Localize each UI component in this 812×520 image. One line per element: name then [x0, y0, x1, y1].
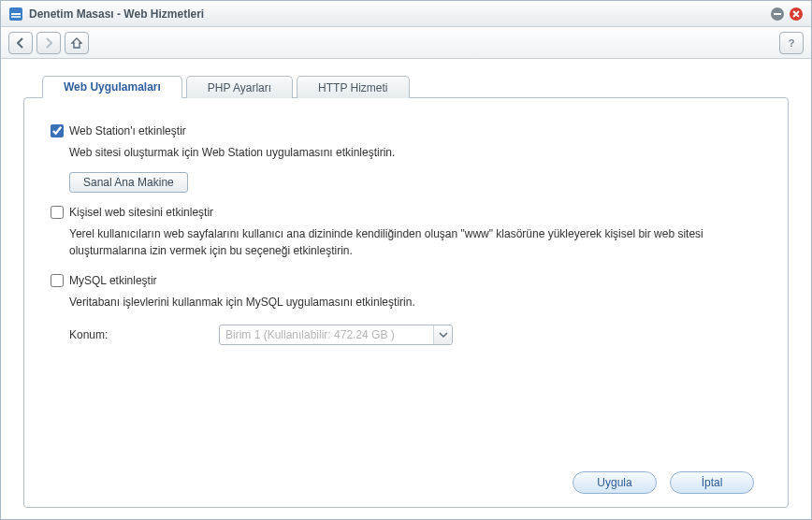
svg-text:?: ? [789, 37, 795, 49]
tab-php-settings[interactable]: PHP Ayarları [186, 76, 293, 98]
web-station-checkbox[interactable] [51, 124, 64, 137]
svg-rect-1 [11, 13, 21, 15]
app-icon [8, 7, 23, 22]
window: Denetim Masası - Web Hizmetleri ? Web Uy… [0, 0, 812, 520]
home-button[interactable] [65, 32, 89, 54]
close-icon[interactable] [789, 7, 804, 22]
location-value: Birim 1 (Kullanılabilir: 472.24 GB ) [225, 328, 395, 341]
forward-button[interactable] [36, 32, 61, 54]
svg-rect-2 [11, 16, 21, 18]
option-personal-web: Kişisel web sitesini etkinleştir [51, 206, 761, 219]
panel-footer: Uygula İptal [51, 460, 761, 494]
mysql-desc: Veritabanı işlevlerini kullanmak için My… [69, 295, 761, 311]
apply-button[interactable]: Uygula [573, 471, 657, 494]
personal-web-desc: Yerel kullanıcıların web sayfalarını kul… [69, 226, 761, 259]
back-button[interactable] [8, 32, 33, 54]
svg-rect-4 [774, 13, 781, 15]
web-station-desc: Web sitesi oluşturmak için Web Station u… [69, 145, 761, 161]
personal-web-checkbox[interactable] [51, 206, 64, 219]
location-label: Konum: [69, 328, 219, 341]
tab-panel: Web Station'ı etkinleştir Web sitesi olu… [23, 97, 789, 508]
titlebar: Denetim Masası - Web Hizmetleri [1, 1, 811, 27]
cancel-button[interactable]: İptal [670, 471, 754, 494]
tab-bar: Web Uygulamaları PHP Ayarları HTTP Hizme… [23, 76, 789, 98]
content-area: Web Uygulamaları PHP Ayarları HTTP Hizme… [1, 59, 811, 519]
personal-web-label: Kişisel web sitesini etkinleştir [69, 206, 213, 219]
chevron-down-icon [433, 325, 452, 344]
tab-web-apps[interactable]: Web Uygulamaları [42, 76, 182, 98]
mysql-label: MySQL etkinleştir [69, 274, 157, 287]
tab-http-service[interactable]: HTTP Hizmeti [297, 76, 409, 98]
virtual-host-button[interactable]: Sanal Ana Makine [69, 172, 188, 193]
option-web-station: Web Station'ı etkinleştir [51, 124, 761, 137]
mysql-checkbox[interactable] [51, 274, 64, 287]
window-title: Denetim Masası - Web Hizmetleri [29, 7, 766, 21]
help-button[interactable]: ? [779, 32, 804, 54]
mysql-location-row: Konum: Birim 1 (Kullanılabilir: 472.24 G… [69, 325, 761, 345]
option-mysql: MySQL etkinleştir [51, 274, 761, 287]
location-select[interactable]: Birim 1 (Kullanılabilir: 472.24 GB ) [219, 325, 453, 345]
minimize-icon[interactable] [770, 7, 785, 22]
web-station-label: Web Station'ı etkinleştir [69, 124, 186, 137]
toolbar: ? [1, 27, 811, 59]
